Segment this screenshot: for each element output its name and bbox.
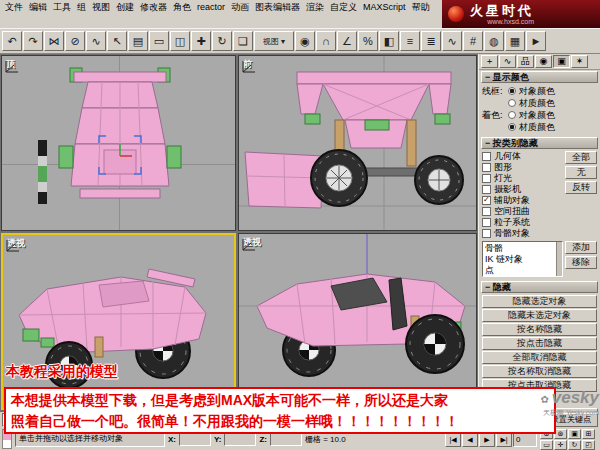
menu-item-角色[interactable]: 角色 <box>170 1 194 14</box>
toolbar: ↶↷⋈⊘∿↖▤▭◫✚↻❏视图 ▾◉∩∠%◧≡≣∿#◍▦► <box>0 28 600 54</box>
logo-title: 火星时代 <box>470 4 534 18</box>
cpanel-tab-modify[interactable]: ∿ <box>499 55 516 68</box>
menu-item-视图[interactable]: 视图 <box>89 1 113 14</box>
checkbox-辅助对象[interactable] <box>482 196 491 205</box>
radio-object-color[interactable] <box>508 87 516 95</box>
menu-item-创建[interactable]: 创建 <box>113 1 137 14</box>
quick-render-icon[interactable]: ► <box>526 31 546 51</box>
menu-item-修改器[interactable]: 修改器 <box>137 1 170 14</box>
hide-button-2[interactable]: 按名称隐藏 <box>482 323 597 336</box>
maximize-viewport-icon[interactable]: ◰ <box>582 440 595 450</box>
all-button[interactable]: 全部 <box>565 151 597 164</box>
striped-pole <box>38 140 47 204</box>
hide-button-5[interactable]: 按名称取消隐藏 <box>482 365 597 378</box>
radio-material-color[interactable] <box>508 123 516 131</box>
menu-item-渲染[interactable]: 渲染 <box>303 1 327 14</box>
select-rotate-icon[interactable]: ↻ <box>212 31 232 51</box>
select-link-icon[interactable]: ⋈ <box>44 31 64 51</box>
tutorial-note-line1: 本想提供本模型下载，但是考虑到MAX版本可能不一样，所以还是大家 <box>11 390 549 411</box>
list-item[interactable]: 点 <box>485 265 560 276</box>
menu-item-MAXScript[interactable]: MAXScript <box>360 2 409 12</box>
cpanel-tab-create[interactable]: ＋ <box>481 55 498 68</box>
cpanel-tab-utilities[interactable]: ✶ <box>571 55 588 68</box>
arc-rotate-icon[interactable]: ↻ <box>568 440 581 450</box>
menu-item-图表编辑器[interactable]: 图表编辑器 <box>252 1 303 14</box>
menu-item-编辑[interactable]: 编辑 <box>26 1 50 14</box>
unlink-icon[interactable]: ⊘ <box>65 31 85 51</box>
max-application-window: 文件编辑工具组视图创建修改器角色reactor动画图表编辑器渲染自定义MAXSc… <box>0 0 600 450</box>
cpanel-tab-display[interactable]: ▣ <box>553 55 570 68</box>
menu-item-reactor[interactable]: reactor <box>194 2 228 12</box>
schematic-view-icon[interactable]: # <box>463 31 483 51</box>
radio-material-color[interactable] <box>508 99 516 107</box>
tutorial-caption: 本教程采用的模型 <box>6 363 118 381</box>
checkbox-粒子系统[interactable] <box>482 218 491 227</box>
checkbox-灯光[interactable] <box>482 174 491 183</box>
snap-toggle-icon[interactable]: ∩ <box>316 31 336 51</box>
radio-object-color[interactable] <box>508 111 516 119</box>
select-by-name-icon[interactable]: ▤ <box>128 31 148 51</box>
layer-manager-icon[interactable]: ≣ <box>421 31 441 51</box>
hide-button-3[interactable]: 按点击隐藏 <box>482 337 597 350</box>
redo-icon[interactable]: ↷ <box>23 31 43 51</box>
menu-item-组[interactable]: 组 <box>74 1 89 14</box>
checkbox-空间扭曲[interactable] <box>482 207 491 216</box>
hide-button-0[interactable]: 隐藏选定对象 <box>482 295 597 308</box>
hide-button-1[interactable]: 隐藏未选定对象 <box>482 309 597 322</box>
rollout-header[interactable]: 显示颜色 <box>481 71 598 83</box>
rect-select-icon[interactable]: ▭ <box>149 31 169 51</box>
pan-icon[interactable]: ✛ <box>554 440 567 450</box>
checkbox-骨骼对象[interactable] <box>482 229 491 238</box>
list-item[interactable]: IK 链对象 <box>485 254 560 265</box>
list-item[interactable]: 骨骼 <box>485 243 560 254</box>
checkbox-摄影机[interactable] <box>482 185 491 194</box>
select-move-icon[interactable]: ✚ <box>191 31 211 51</box>
crossing-select-icon[interactable]: ◫ <box>170 31 190 51</box>
shaded-label: 着色: <box>482 109 505 122</box>
brand-logo: 火星时代 www.hxsd.com <box>442 0 600 28</box>
add-button[interactable]: 添加 <box>565 241 597 254</box>
viewport-perspective-right[interactable]: 透视 <box>238 233 477 410</box>
y-coordinate-field[interactable] <box>224 432 256 446</box>
viewport-front[interactable]: 前 <box>238 55 477 231</box>
curve-editor-icon[interactable]: ∿ <box>442 31 462 51</box>
category-custom-list[interactable]: 骨骼IK 链对象点 <box>482 241 563 277</box>
zoom-extents-all-icon[interactable]: ⊞ <box>582 429 595 439</box>
percent-snap-icon[interactable]: % <box>358 31 378 51</box>
render-scene-icon[interactable]: ▦ <box>505 31 525 51</box>
z-coordinate-field[interactable] <box>270 432 302 446</box>
align-icon[interactable]: ≡ <box>400 31 420 51</box>
rollout-title: 按类别隐藏 <box>493 138 538 148</box>
menu-item-自定义[interactable]: 自定义 <box>327 1 360 14</box>
checkbox-几何体[interactable] <box>482 152 491 161</box>
angle-snap-icon[interactable]: ∠ <box>337 31 357 51</box>
hide-button-4[interactable]: 全部取消隐藏 <box>482 351 597 364</box>
select-scale-icon[interactable]: ❏ <box>233 31 253 51</box>
ref-coord-dropdown[interactable]: 视图 ▾ <box>254 31 294 51</box>
mini-listener-script <box>3 440 11 448</box>
menu-item-工具[interactable]: 工具 <box>50 1 74 14</box>
cpanel-tab-motion[interactable]: ◉ <box>535 55 552 68</box>
region-zoom-icon[interactable]: ▭ <box>540 440 553 450</box>
material-editor-icon[interactable]: ◍ <box>484 31 504 51</box>
menu-item-文件[interactable]: 文件 <box>2 1 26 14</box>
select-object-icon[interactable]: ↖ <box>107 31 127 51</box>
viewport-top[interactable]: 顶 <box>1 55 236 231</box>
rollout-header[interactable]: 按类别隐藏 <box>481 137 598 149</box>
zoom-extents-icon[interactable]: ▣ <box>568 429 581 439</box>
mirror-icon[interactable]: ◧ <box>379 31 399 51</box>
undo-icon[interactable]: ↶ <box>2 31 22 51</box>
viewport-perspective-active[interactable]: 透视 <box>1 233 236 410</box>
x-coordinate-field[interactable] <box>179 432 211 446</box>
invert-button[interactable]: 反转 <box>565 181 597 194</box>
cpanel-tabs: ＋∿品◉▣✶ <box>479 54 600 70</box>
none-button[interactable]: 无 <box>565 166 597 179</box>
checkbox-图形[interactable] <box>482 163 491 172</box>
remove-button[interactable]: 移除 <box>565 256 597 269</box>
rollout-header[interactable]: 隐藏 <box>481 281 598 293</box>
menu-item-帮助[interactable]: 帮助 <box>409 1 433 14</box>
use-pivot-icon[interactable]: ◉ <box>295 31 315 51</box>
cpanel-tab-hierarchy[interactable]: 品 <box>517 55 534 68</box>
menu-item-动画[interactable]: 动画 <box>228 1 252 14</box>
bind-spacewarp-icon[interactable]: ∿ <box>86 31 106 51</box>
